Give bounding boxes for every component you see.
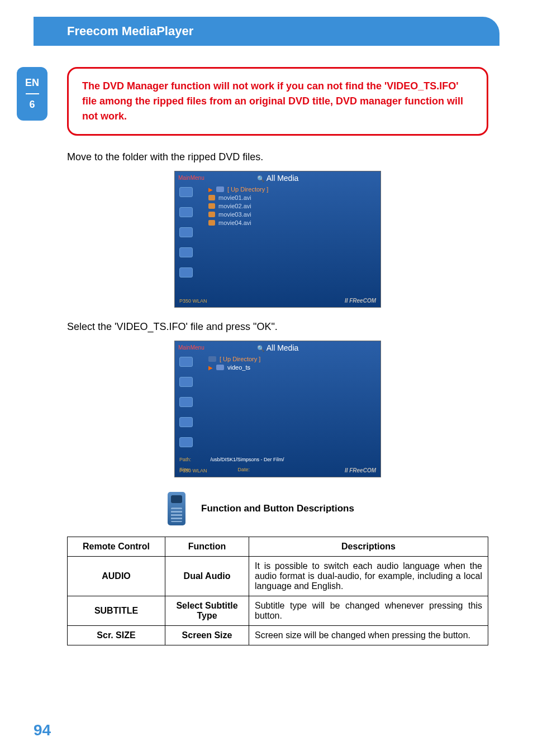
th-remote-control: Remote Control <box>68 537 165 557</box>
brand-label: II FReeCOM <box>345 298 376 304</box>
file-icon <box>208 212 215 217</box>
ss2-title: All Media <box>257 343 299 352</box>
model-label: P350 WLAN <box>179 468 207 473</box>
descriptions-table: Remote Control Function Descriptions AUD… <box>67 537 488 645</box>
arrow-icon: ▶ <box>208 365 213 371</box>
cell-fn: Select Subtitle Type <box>165 596 249 626</box>
sidebar-icon <box>179 377 193 387</box>
warning-text: The DVD Manager function will not work i… <box>82 79 473 124</box>
selected-item: video_ts <box>227 364 250 371</box>
file-name: movie04.avi <box>218 219 251 226</box>
cell-fn: Dual Audio <box>165 557 249 596</box>
header-title: Freecom MediaPlayer <box>67 24 193 39</box>
arrow-icon: ▶ <box>208 186 213 193</box>
ss2-list: [ Up Directory ] ▶video_ts <box>208 356 260 371</box>
file-icon <box>208 203 215 209</box>
table-row: AUDIO Dual Audio It is possible to switc… <box>68 557 488 596</box>
ss1-mainmenu: MainMenu <box>178 175 204 181</box>
date-label: Date: <box>237 467 250 472</box>
path-label: Path: <box>179 457 191 462</box>
cell-desc: It is possible to switch each audio lang… <box>249 557 488 596</box>
brand-label: II FReeCOM <box>345 467 376 473</box>
th-descriptions: Descriptions <box>249 537 488 557</box>
file-name: movie03.avi <box>218 211 251 218</box>
page-content: The DVD Manager function will not work i… <box>67 67 488 645</box>
cell-rc: SUBTITLE <box>68 596 165 626</box>
step2-text: Select the 'VIDEO_TS.IFO' file and press… <box>67 321 488 333</box>
remote-icon <box>168 492 185 525</box>
path-value: /usb/DISK1/Simpsons - Der Film/ <box>210 457 284 462</box>
sidebar-icon <box>179 357 193 367</box>
list-item: movie02.avi <box>208 203 268 209</box>
side-lang: EN <box>25 77 39 89</box>
sidebar-icon <box>179 437 193 447</box>
warning-box: The DVD Manager function will not work i… <box>67 67 488 136</box>
list-item: movie01.avi <box>208 194 268 201</box>
ss2-bottombar: Path: /usb/DISK1/Simpsons - Der Film/ Si… <box>179 453 376 473</box>
ss1-sidebar <box>179 187 202 277</box>
file-icon <box>208 195 215 200</box>
section-header-row: Function and Button Descriptions <box>168 492 488 525</box>
list-item: movie03.avi <box>208 211 268 218</box>
cell-rc: AUDIO <box>68 557 165 596</box>
ss1-title: All Media <box>257 174 299 183</box>
folder-icon <box>216 365 224 370</box>
file-icon <box>208 220 215 226</box>
cell-rc: Scr. SIZE <box>68 626 165 645</box>
table-header-row: Remote Control Function Descriptions <box>68 537 488 557</box>
side-chapter: 6 <box>29 99 35 111</box>
model-label: P350 WLAN <box>179 298 207 304</box>
updir-label: [ Up Directory ] <box>220 356 260 362</box>
sidebar-icon <box>179 227 193 237</box>
side-divider <box>26 93 39 94</box>
ss1-list: ▶[ Up Directory ] movie01.avi movie02.av… <box>208 186 268 226</box>
table-row: SUBTITLE Select Subtitle Type Subtitle t… <box>68 596 488 626</box>
sidebar-icon <box>179 417 193 427</box>
step1-text: Move to the folder with the ripped DVD f… <box>67 151 488 163</box>
list-item: movie04.avi <box>208 219 268 226</box>
folder-icon <box>208 356 216 362</box>
cell-desc: Subtitle type will be changed whenever p… <box>249 596 488 626</box>
side-tab: EN 6 <box>17 67 47 121</box>
screenshot-1: MainMenu All Media ▶[ Up Directory ] mov… <box>174 171 381 308</box>
cell-desc: Screen size will be changed when pressin… <box>249 626 488 645</box>
list-item: [ Up Directory ] <box>208 356 260 362</box>
section-title: Function and Button Descriptions <box>201 503 354 514</box>
sidebar-icon <box>179 207 193 217</box>
screenshot-2: MainMenu All Media [ Up Directory ] ▶vid… <box>174 341 381 477</box>
page-number: 94 <box>34 721 51 739</box>
file-name: movie01.avi <box>218 194 251 201</box>
sidebar-icon <box>179 267 193 277</box>
path-info: Path: /usb/DISK1/Simpsons - Der Film/ Si… <box>179 453 284 473</box>
th-function: Function <box>165 537 249 557</box>
sidebar-icon <box>179 187 193 197</box>
ss1-bottombar: P350 WLAN II FReeCOM <box>179 298 376 304</box>
sidebar-icon <box>179 247 193 257</box>
sidebar-icon <box>179 397 193 407</box>
cell-fn: Screen Size <box>165 626 249 645</box>
ss2-mainmenu: MainMenu <box>178 344 204 351</box>
page-header: Freecom MediaPlayer <box>34 17 499 46</box>
folder-icon <box>216 186 224 192</box>
list-item: ▶[ Up Directory ] <box>208 186 268 193</box>
ss2-sidebar <box>179 357 202 447</box>
updir-label: [ Up Directory ] <box>227 186 268 193</box>
list-item: ▶video_ts <box>208 364 260 371</box>
table-row: Scr. SIZE Screen Size Screen size will b… <box>68 626 488 645</box>
file-name: movie02.avi <box>218 203 251 209</box>
